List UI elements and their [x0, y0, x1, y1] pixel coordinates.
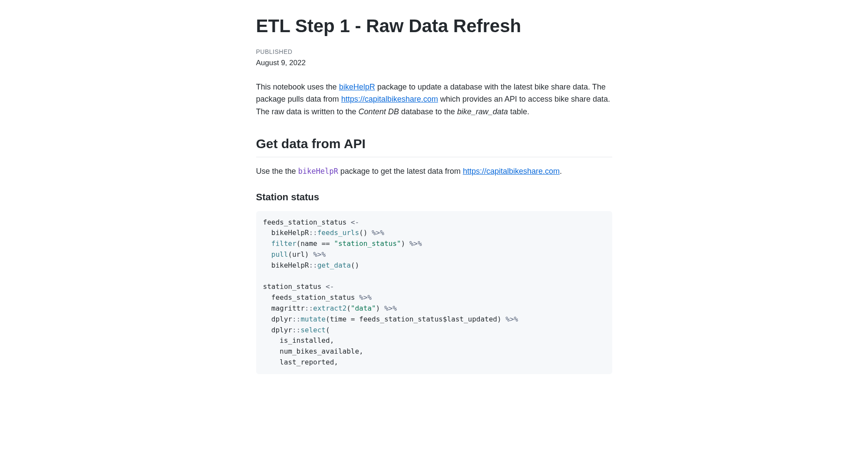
code-sp: [330, 239, 334, 248]
bikehelpr-link[interactable]: bikeHelpR: [339, 83, 375, 91]
code-pipe: %>%: [313, 250, 326, 258]
intro-paragraph: This notebook uses the bikeHelpR package…: [256, 81, 612, 118]
code-sp: [502, 315, 506, 323]
code-dollar: $: [443, 315, 447, 323]
code-op: ::: [309, 229, 317, 237]
code-fn: get_data: [317, 261, 351, 269]
code-indent: [263, 250, 271, 258]
code-arg: num_bikes_available,: [280, 347, 363, 355]
code-indent: [263, 347, 280, 355]
code-paren: (): [359, 229, 367, 237]
code-pkg: magrittr: [271, 304, 305, 312]
code-op: ::: [292, 315, 300, 323]
code-sp: [309, 250, 313, 258]
page-title: ETL Step 1 - Raw Data Refresh: [256, 12, 612, 40]
code-paren: (: [297, 239, 301, 248]
code-op: ::: [309, 261, 317, 269]
code-fn: filter: [271, 239, 297, 248]
code-arg: feeds_station_status: [359, 315, 443, 323]
code-fn: extract2: [313, 304, 347, 312]
section-intro-text: Use the the: [256, 167, 298, 176]
code-indent: [263, 304, 271, 312]
code-str: "station_status": [334, 239, 401, 248]
code-op: ::: [305, 304, 313, 312]
code-arg: is_installed,: [280, 336, 334, 345]
published-label: PUBLISHED: [256, 47, 612, 56]
code-assign: <-: [326, 282, 334, 291]
code-pkg: bikeHelpR: [271, 261, 309, 269]
code-indent: [263, 336, 280, 345]
intro-text: database to the: [399, 107, 457, 116]
code-pipe: %>%: [409, 239, 422, 248]
code-pkg: dplyr: [271, 315, 292, 323]
published-date: August 9, 2022: [256, 57, 612, 69]
capitalbikeshare-link[interactable]: https://capitalbikeshare.com: [341, 95, 438, 103]
code-pipe: %>%: [372, 229, 384, 237]
code-paren: ): [376, 304, 380, 312]
code-pkg: bikeHelpR: [271, 229, 309, 237]
code-sp: [367, 229, 372, 237]
section-intro-text: package to get the latest data from: [338, 167, 463, 176]
document-container: ETL Step 1 - Raw Data Refresh PUBLISHED …: [256, 0, 612, 374]
code-indent: [263, 358, 280, 366]
code-paren: (: [326, 315, 330, 323]
code-fn: pull: [271, 250, 288, 258]
code-fn: feeds_urls: [317, 229, 359, 237]
code-arg: last_updated: [447, 315, 497, 323]
code-paren: ): [497, 315, 502, 323]
code-arg: time: [330, 315, 351, 323]
code-indent: [263, 315, 271, 323]
code-paren: ): [401, 239, 405, 248]
code-arg: name: [300, 239, 321, 248]
subsection-heading-station-status: Station status: [256, 190, 612, 204]
code-paren: (: [288, 250, 292, 258]
code-sp: [380, 304, 384, 312]
code-fn: select: [300, 326, 326, 334]
section-intro: Use the the bikeHelpR package to get the…: [256, 165, 612, 178]
code-pkg: dplyr: [271, 326, 292, 334]
bike-raw-data-em: bike_raw_data: [457, 107, 508, 116]
capitalbikeshare-link-2[interactable]: https://capitalbikeshare.com: [463, 167, 560, 176]
code-eq: =: [351, 315, 355, 323]
code-sp: [355, 315, 359, 323]
content-db-em: Content DB: [359, 107, 399, 116]
code-var: feeds_station_status: [263, 218, 351, 226]
code-assign: <-: [351, 218, 359, 226]
code-indent: [263, 229, 271, 237]
code-indent: [263, 239, 271, 248]
code-paren: (: [347, 304, 351, 312]
code-indent: [263, 326, 271, 334]
code-sp: [405, 239, 409, 248]
intro-text: This notebook uses the: [256, 83, 339, 91]
code-indent: [263, 261, 271, 269]
code-pipe: %>%: [505, 315, 518, 323]
code-var: station_status: [263, 282, 326, 291]
section-intro-text: .: [560, 167, 562, 176]
code-paren: (): [351, 261, 359, 269]
code-cmp: ==: [321, 239, 330, 248]
intro-text: table.: [508, 107, 529, 116]
code-fn: mutate: [300, 315, 326, 323]
code-pipe: %>%: [359, 293, 372, 302]
code-op: ::: [292, 326, 300, 334]
code-block-station-status: feeds_station_status <- bikeHelpR::feeds…: [256, 211, 612, 374]
code-indent: [263, 293, 271, 302]
code-arg: last_reported,: [280, 358, 338, 366]
inline-code-bikehelpr: bikeHelpR: [298, 167, 338, 176]
code-pipe: %>%: [384, 304, 397, 312]
code-var: feeds_station_status: [271, 293, 359, 302]
section-heading-get-data: Get data from API: [256, 134, 612, 157]
code-paren: (: [326, 326, 330, 334]
code-str: "data": [351, 304, 376, 312]
code-arg: url: [292, 250, 305, 258]
